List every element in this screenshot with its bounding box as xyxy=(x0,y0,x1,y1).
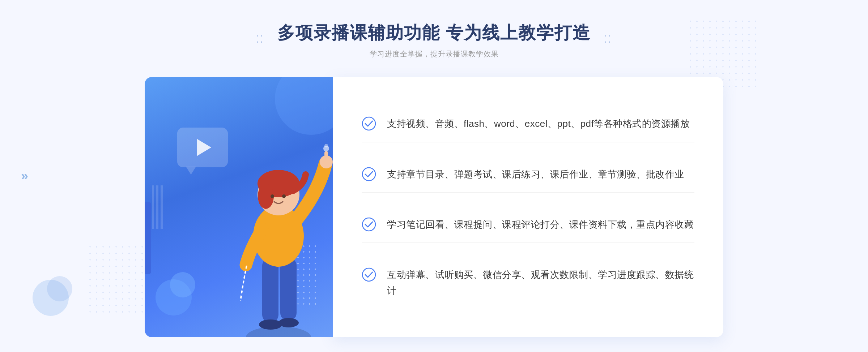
svg-point-15 xyxy=(362,117,375,130)
svg-point-3 xyxy=(259,319,282,330)
check-icon-4 xyxy=(362,267,376,282)
feature-item-4: 互动弹幕、试听购买、微信分享、观看次数限制、学习进度跟踪、数据统计 xyxy=(362,257,694,309)
feature-item-1: 支持视频、音频、flash、word、excel、ppt、pdf等各种格式的资源… xyxy=(362,106,694,142)
svg-point-9 xyxy=(271,194,274,198)
blue-arc-decoration xyxy=(275,77,333,135)
svg-point-10 xyxy=(282,194,286,198)
stripe-decoration xyxy=(152,185,163,229)
feature-text-3: 学习笔记回看、课程提问、课程评论打分、课件资料下载，重点内容收藏 xyxy=(387,216,694,232)
svg-point-4 xyxy=(278,318,299,327)
feature-item-3: 学习笔记回看、课程提问、课程评论打分、课件资料下载，重点内容收藏 xyxy=(362,206,694,243)
svg-rect-1 xyxy=(262,258,278,323)
svg-point-17 xyxy=(362,218,375,231)
content-area: 支持视频、音频、flash、word、excel、ppt、pdf等各种格式的资源… xyxy=(145,77,723,337)
illustration-circle-2 xyxy=(170,272,195,297)
svg-point-18 xyxy=(362,268,375,281)
feature-text-2: 支持章节目录、弹题考试、课后练习、课后作业、章节测验、批改作业 xyxy=(387,166,684,182)
check-icon-1 xyxy=(362,116,376,131)
illustration-card xyxy=(145,77,333,337)
feature-text-4: 互动弹幕、试听购买、微信分享、观看次数限制、学习进度跟踪、数据统计 xyxy=(387,267,694,299)
page-title: 多项录播课辅助功能 专为线上教学打造 xyxy=(277,22,590,44)
svg-rect-2 xyxy=(280,258,297,321)
feature-text-1: 支持视频、音频、flash、word、excel、ppt、pdf等各种格式的资源… xyxy=(387,116,690,132)
chevron-left-decoration: » xyxy=(21,168,28,184)
page-subtitle: 学习进度全掌握，提升录播课教学效果 xyxy=(277,49,590,59)
page-header: 多项录播课辅助功能 专为线上教学打造 学习进度全掌握，提升录播课教学效果 xyxy=(277,22,590,59)
page-wrapper: » 多项录播课辅助功能 专为线上教学打造 学习进度全掌握，提升录播课教学效果 xyxy=(0,0,868,352)
svg-point-14 xyxy=(324,144,328,147)
features-card: 支持视频、音频、flash、word、excel、ppt、pdf等各种格式的资源… xyxy=(333,77,723,337)
feature-item-2: 支持章节目录、弹题考试、课后练习、课后作业、章节测验、批改作业 xyxy=(362,156,694,193)
svg-rect-12 xyxy=(324,151,328,163)
check-icon-3 xyxy=(362,217,376,232)
circle-decoration-2 xyxy=(47,276,72,301)
person-illustration xyxy=(206,128,333,337)
svg-point-16 xyxy=(362,168,375,181)
check-icon-2 xyxy=(362,167,376,181)
left-accent-bar xyxy=(145,202,151,274)
